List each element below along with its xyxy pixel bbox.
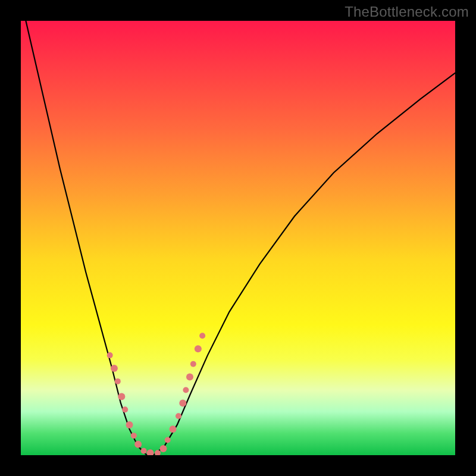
- marker-dot: [190, 361, 196, 367]
- marker-dot: [134, 441, 142, 448]
- watermark-text: TheBottleneck.com: [345, 4, 469, 20]
- marker-dot: [122, 406, 128, 412]
- marker-dot: [111, 365, 118, 372]
- marker-dot: [165, 437, 171, 443]
- chart-container: TheBottleneck.com: [0, 0, 476, 476]
- plot-area: [21, 21, 455, 455]
- marker-dot: [107, 352, 113, 358]
- bottleneck-curve: [21, 21, 455, 455]
- marker-dot: [183, 387, 189, 393]
- marker-dot: [159, 445, 167, 452]
- marker-dot: [147, 449, 154, 455]
- chart-svg: [21, 21, 455, 455]
- marker-dot: [199, 333, 205, 339]
- marker-dot: [115, 378, 121, 384]
- marker-dot: [179, 399, 186, 406]
- marker-dot: [176, 413, 181, 419]
- marker-dot: [141, 448, 147, 454]
- marker-dot: [126, 421, 133, 428]
- marker-dot: [195, 345, 202, 352]
- marker-dot: [170, 425, 177, 433]
- marker-dot: [118, 393, 125, 400]
- marker-dot: [186, 374, 193, 381]
- marker-dot: [131, 433, 137, 439]
